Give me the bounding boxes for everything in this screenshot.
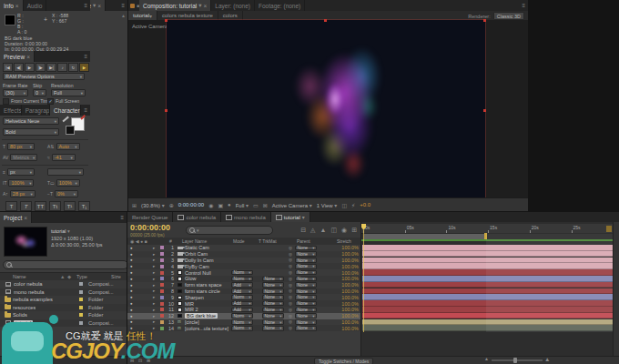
interpret-footage-icon[interactable]: ▣ <box>4 358 8 363</box>
resolution-dropdown[interactable]: Full ▾ <box>236 202 249 208</box>
tab-layer[interactable]: Layer: (none) <box>211 0 255 11</box>
timeline-scrollbar[interactable] <box>613 222 619 357</box>
video-visibility-icon[interactable]: ● <box>130 288 133 295</box>
layer-label-swatch[interactable] <box>160 258 164 264</box>
timeline-search-input[interactable]: ▾ <box>186 226 273 235</box>
tab-footage[interactable]: Footage: (none) <box>255 0 305 11</box>
trkmat-dropdown[interactable]: None▾ <box>262 301 284 307</box>
layer-row[interactable]: ●▸10MIRAdd▾None▾◎None▾100.0% <box>127 300 360 307</box>
stretch-value[interactable]: 100.0% <box>331 319 359 326</box>
stretch-value[interactable]: 100.0% <box>331 300 359 307</box>
column-type[interactable]: Type <box>76 274 87 279</box>
tsume-control[interactable]: −T 0%▾ <box>47 190 78 197</box>
project-item-row[interactable]: mono nebulaComposi... <box>0 288 127 297</box>
parent-dropdown[interactable]: None▾ <box>295 246 317 251</box>
stretch-value[interactable]: 100.0% <box>331 294 359 300</box>
frame-blending-icon[interactable]: ◫ <box>330 227 337 234</box>
tab-paragraph[interactable]: Paragraph <box>22 105 50 116</box>
expand-layer-icon[interactable]: ▸ <box>153 313 155 319</box>
video-visibility-icon[interactable]: ● <box>130 294 133 300</box>
expand-layer-icon[interactable]: ▸ <box>153 263 155 269</box>
tab-close-icon[interactable]: × <box>15 3 19 9</box>
layer-label-swatch[interactable] <box>160 276 164 282</box>
parent-dropdown[interactable]: None▾ <box>295 264 317 269</box>
stroke-style-control[interactable]: ▾ <box>47 168 84 176</box>
parent-dropdown[interactable]: None▾ <box>295 313 317 318</box>
stretch-value[interactable]: 100.0% <box>331 258 359 264</box>
fast-preview-icon[interactable]: ⚡ <box>351 202 355 208</box>
blend-mode-dropdown[interactable]: Norm▾ <box>231 313 253 318</box>
layer-row[interactable]: ●▸11MIR 2Add▾None▾◎None▾100.0% <box>127 307 360 313</box>
label-color-swatch[interactable] <box>79 290 83 294</box>
previous-frame-button[interactable]: ◀| <box>14 63 24 72</box>
timeline-graph-area[interactable]: 0s05s10s15s20s25s30s <box>360 222 614 357</box>
layer-name[interactable]: BG dark blue <box>185 313 218 319</box>
video-visibility-icon[interactable]: ● <box>130 276 133 282</box>
video-visibility-icon[interactable]: ● <box>130 245 133 251</box>
layer-name[interactable]: [colors...ula texture] <box>185 325 228 331</box>
parent-pickwhip-icon[interactable]: ◎ <box>289 251 292 258</box>
column-stretch[interactable]: Stretch <box>337 238 351 244</box>
all-caps-button[interactable]: TT <box>35 201 46 211</box>
layer-row[interactable]: ●▸3Dolly In Cam◎None▾100.0% <box>127 258 360 264</box>
layer-row[interactable]: ●▸8form stars circleAdd▾None▾◎None▾100.0… <box>127 288 360 295</box>
layer-label-swatch[interactable] <box>160 319 164 326</box>
column-mode[interactable]: Mode <box>233 238 245 244</box>
video-visibility-icon[interactable]: ● <box>130 258 133 264</box>
tab-composition[interactable]: Composition: tutorial ▾ × <box>139 0 211 11</box>
blend-mode-dropdown[interactable]: Norm▾ <box>231 295 253 300</box>
viewer-tab-colors[interactable]: colors <box>218 11 243 20</box>
column-layer-name[interactable]: Layer Name <box>182 238 207 244</box>
project-item-name[interactable]: nebula examples <box>13 297 53 302</box>
renderer-button[interactable]: Classic 3D <box>493 12 524 20</box>
magnification-dropdown[interactable]: (30.8%) ▾ <box>141 202 165 208</box>
trkmat-dropdown[interactable]: None▾ <box>262 313 284 318</box>
faux-italic-button[interactable]: T <box>20 201 32 211</box>
layer-label-swatch[interactable] <box>160 263 164 269</box>
project-item-name[interactable]: resources <box>13 305 36 310</box>
tab-menu-arrow-icon[interactable]: ▾ <box>198 2 201 9</box>
draft-3d-icon[interactable]: ◬ <box>310 227 315 234</box>
layer-label-swatch[interactable] <box>160 313 164 319</box>
panel-menu-icon[interactable]: ≡ <box>81 51 90 62</box>
parent-pickwhip-icon[interactable]: ◎ <box>289 282 292 288</box>
parent-dropdown[interactable]: None▾ <box>295 258 317 263</box>
horizontal-scale-control[interactable]: T▭ 100%▾ <box>47 179 80 187</box>
project-item-row[interactable]: color nebulaComposi... <box>0 280 127 288</box>
first-frame-button[interactable]: |◀ <box>3 63 13 72</box>
blend-mode-dropdown[interactable]: Norm▾ <box>231 326 253 331</box>
column-size[interactable]: Size <box>111 274 121 279</box>
baseline-shift-control[interactable]: A↑ 28 px▾ <box>3 190 36 197</box>
blend-mode-dropdown[interactable]: Norm▾ <box>231 277 253 282</box>
panel-menu-icon[interactable]: ≡ <box>118 0 127 11</box>
trkmat-dropdown[interactable]: None▾ <box>262 295 284 300</box>
project-search-input[interactable] <box>3 260 127 269</box>
blend-mode-dropdown[interactable]: Norm▾ <box>231 270 253 276</box>
project-item-row[interactable]: nebula examplesFolder <box>0 296 127 304</box>
tab-close-icon[interactable]: × <box>24 215 27 221</box>
tab-info[interactable]: Info × <box>0 0 24 11</box>
new-folder-icon[interactable]: ▭ <box>12 358 16 363</box>
ram-preview-button[interactable]: ▶ <box>79 63 89 72</box>
scroll-up-icon[interactable]: ▲ <box>121 13 126 18</box>
parent-dropdown[interactable]: None▾ <box>295 282 317 288</box>
eyedropper-icon[interactable] <box>62 116 68 122</box>
blend-mode-dropdown[interactable]: Add▾ <box>231 308 253 313</box>
zoom-out-icon[interactable]: ▲ <box>484 356 489 361</box>
stretch-value[interactable]: 100.0% <box>331 263 359 269</box>
frame-rate-dropdown[interactable]: (30)▾ <box>3 89 28 96</box>
column-name[interactable]: Name <box>13 274 26 279</box>
layer-row[interactable]: ●▸6GlowNorm▾None▾◎None▾100.0% <box>127 276 360 282</box>
project-item-row[interactable]: tutorialComposi... <box>0 319 127 328</box>
layer-label-swatch[interactable] <box>160 269 164 276</box>
layer-label-swatch[interactable] <box>160 288 164 295</box>
tab-close-icon[interactable]: × <box>97 3 101 9</box>
project-item-name[interactable]: color nebula <box>14 281 43 287</box>
stretch-value[interactable]: 100.0% <box>331 276 359 282</box>
expand-layer-icon[interactable]: ▸ <box>153 269 155 276</box>
label-color-swatch[interactable] <box>79 306 83 309</box>
kerning-control[interactable]: AV Metrics▾ <box>3 154 37 161</box>
from-current-time-checkbox[interactable]: From Current Time <box>3 98 51 105</box>
new-composition-icon[interactable]: ⊞ <box>19 358 23 363</box>
stretch-value[interactable]: 100.0% <box>331 325 359 331</box>
